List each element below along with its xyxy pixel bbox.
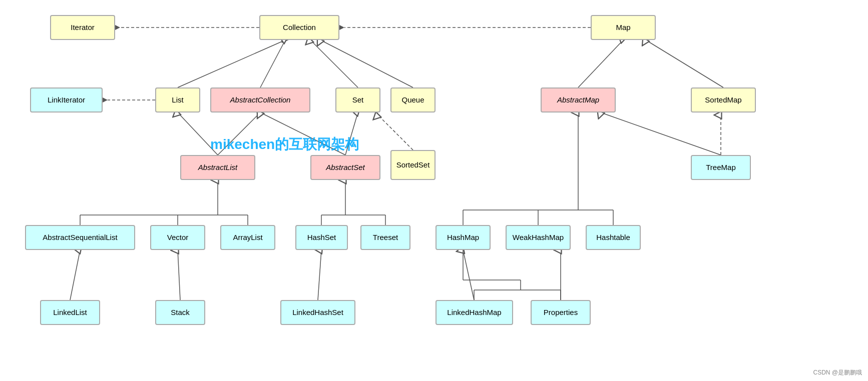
- box-linkiterator: LinkIterator: [30, 88, 103, 112]
- box-arraylist: ArrayList: [220, 225, 275, 250]
- svg-line-33: [70, 250, 80, 300]
- svg-line-9: [260, 40, 285, 88]
- box-hashset: HashSet: [295, 225, 348, 250]
- svg-line-8: [178, 40, 285, 88]
- svg-line-35: [318, 250, 321, 300]
- box-abstractmap: AbstractMap: [541, 88, 616, 112]
- box-sortedmap: SortedMap: [691, 88, 756, 112]
- box-map: Map: [591, 15, 656, 40]
- watermark: mikechen的互联网架构: [210, 135, 359, 154]
- box-treeset: Treeset: [360, 225, 410, 250]
- credit: CSDN @是鹏鹏哦: [813, 368, 862, 377]
- svg-line-10: [310, 40, 358, 88]
- box-abstractset: AbstractSet: [310, 155, 380, 180]
- box-linkedlist: LinkedList: [40, 300, 100, 325]
- box-weakhashmap: WeakHashMap: [506, 225, 571, 250]
- svg-line-12: [578, 40, 623, 88]
- svg-line-7: [378, 115, 413, 150]
- box-sortedset: SortedSet: [390, 150, 436, 180]
- box-abstractsequentiallist: AbstractSequentialList: [25, 225, 135, 250]
- svg-line-32: [601, 112, 721, 155]
- box-abstractlist: AbstractList: [180, 155, 255, 180]
- box-vector: Vector: [150, 225, 205, 250]
- svg-line-17: [345, 112, 358, 155]
- box-stack: Stack: [155, 300, 205, 325]
- box-queue: Queue: [390, 88, 436, 112]
- box-treemap: TreeMap: [691, 155, 751, 180]
- box-hashmap: HashMap: [436, 225, 491, 250]
- svg-line-16: [260, 112, 345, 155]
- box-set: Set: [335, 88, 380, 112]
- box-collection: Collection: [259, 15, 339, 40]
- box-list: List: [155, 88, 200, 112]
- svg-line-14: [178, 112, 218, 155]
- box-hashtable: Hashtable: [586, 225, 641, 250]
- box-linkedhashset: LinkedHashSet: [280, 300, 355, 325]
- svg-line-34: [178, 250, 180, 300]
- box-properties: Properties: [531, 300, 591, 325]
- svg-line-11: [320, 40, 413, 88]
- box-linkedhashmap: LinkedHashMap: [436, 300, 513, 325]
- box-abstractcollection: AbstractCollection: [210, 88, 310, 112]
- diagram-container: mikechen的互联网架构 CSDN @是鹏鹏哦 IteratorCollec…: [0, 0, 868, 381]
- svg-line-36: [463, 250, 474, 300]
- svg-line-13: [646, 40, 723, 88]
- box-iterator: Iterator: [50, 15, 115, 40]
- svg-line-15: [218, 112, 260, 155]
- arrows-layer: [0, 0, 868, 381]
